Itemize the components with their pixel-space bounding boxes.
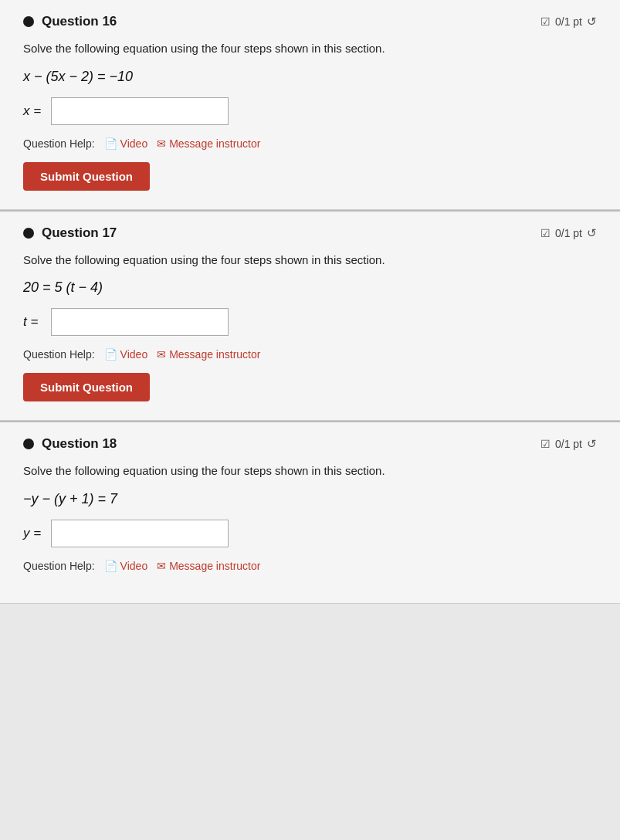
question-16-title: Question 16 [42,14,117,29]
question-16-header: Question 16 ☑ 0/1 pt ↺ [23,14,597,29]
question-17-answer-input[interactable] [51,308,229,336]
question-16-block: Question 16 ☑ 0/1 pt ↺ Solve the followi… [0,0,620,210]
question-17-answer-label: t = [23,314,45,330]
question-18-title-group: Question 18 [23,436,117,452]
refresh-icon-17[interactable]: ↺ [587,226,597,240]
question-18-answer-input[interactable] [51,520,229,547]
checkbox-icon-18: ☑ [540,438,551,450]
question-17-message-link[interactable]: ✉ Message instructor [157,348,260,361]
question-17-block: Question 17 ☑ 0/1 pt ↺ Solve the followi… [0,212,620,422]
question-16-help: Question Help: 📄 Video ✉ Message instruc… [23,137,597,150]
question-17-equation: 20 = 5 (t − 4) [23,279,597,296]
document-icon-17: 📄 [104,348,117,361]
question-18-body: Solve the following equation using the f… [23,462,597,572]
document-icon-18: 📄 [104,560,117,572]
question-17-score: 0/1 pt [555,227,582,239]
question-16-answer-input[interactable] [51,97,229,125]
page-container: Question 16 ☑ 0/1 pt ↺ Solve the followi… [0,0,620,604]
question-18-answer-row: y = [23,520,597,547]
question-18-equation: −y − (y + 1) = 7 [23,491,597,507]
envelope-icon-17: ✉ [157,348,166,361]
question-16-submit-button[interactable]: Submit Question [23,162,150,191]
question-18-help-label: Question Help: [23,560,95,572]
checkbox-icon: ☑ [540,15,551,28]
question-17-dot [23,228,34,239]
question-17-video-link[interactable]: 📄 Video [104,348,148,361]
question-18-title: Question 18 [42,436,117,452]
question-16-title-group: Question 16 [23,14,117,29]
question-18-answer-label: y = [23,526,45,541]
refresh-icon-18[interactable]: ↺ [587,437,597,451]
question-17-title-group: Question 17 [23,225,117,241]
question-16-dot [23,16,34,27]
question-18-message-link[interactable]: ✉ Message instructor [157,560,260,572]
question-17-title: Question 17 [42,225,117,241]
question-17-score-group: ☑ 0/1 pt ↺ [540,226,597,240]
question-17-instruction: Solve the following equation using the f… [23,252,597,269]
question-16-video-link[interactable]: 📄 Video [104,137,148,150]
question-17-answer-row: t = [23,308,597,336]
envelope-icon-18: ✉ [157,560,166,572]
envelope-icon-16: ✉ [157,137,166,150]
question-16-answer-row: x = [23,97,597,125]
question-17-header: Question 17 ☑ 0/1 pt ↺ [23,225,597,241]
question-18-dot [23,439,34,449]
checkbox-icon-17: ☑ [540,227,551,239]
question-18-header: Question 18 ☑ 0/1 pt ↺ [23,436,597,452]
question-16-help-label: Question Help: [23,137,95,150]
question-16-score: 0/1 pt [555,15,582,28]
question-18-video-link[interactable]: 📄 Video [104,560,148,572]
question-18-score-group: ☑ 0/1 pt ↺ [540,437,597,451]
question-17-submit-button[interactable]: Submit Question [23,373,150,401]
question-16-body: Solve the following equation using the f… [23,40,597,191]
question-18-help: Question Help: 📄 Video ✉ Message instruc… [23,560,597,572]
question-16-answer-label: x = [23,103,45,119]
question-17-help: Question Help: 📄 Video ✉ Message instruc… [23,348,597,361]
question-17-body: Solve the following equation using the f… [23,252,597,402]
question-16-message-link[interactable]: ✉ Message instructor [157,137,260,150]
refresh-icon-16[interactable]: ↺ [587,15,597,29]
document-icon-16: 📄 [104,137,117,150]
question-16-instruction: Solve the following equation using the f… [23,40,597,58]
question-18-score: 0/1 pt [555,438,582,450]
question-18-instruction: Solve the following equation using the f… [23,462,597,480]
question-17-help-label: Question Help: [23,348,95,361]
question-18-block: Question 18 ☑ 0/1 pt ↺ Solve the followi… [0,422,620,604]
question-16-equation: x − (5x − 2) = −10 [23,69,597,85]
question-16-score-group: ☑ 0/1 pt ↺ [540,15,597,29]
